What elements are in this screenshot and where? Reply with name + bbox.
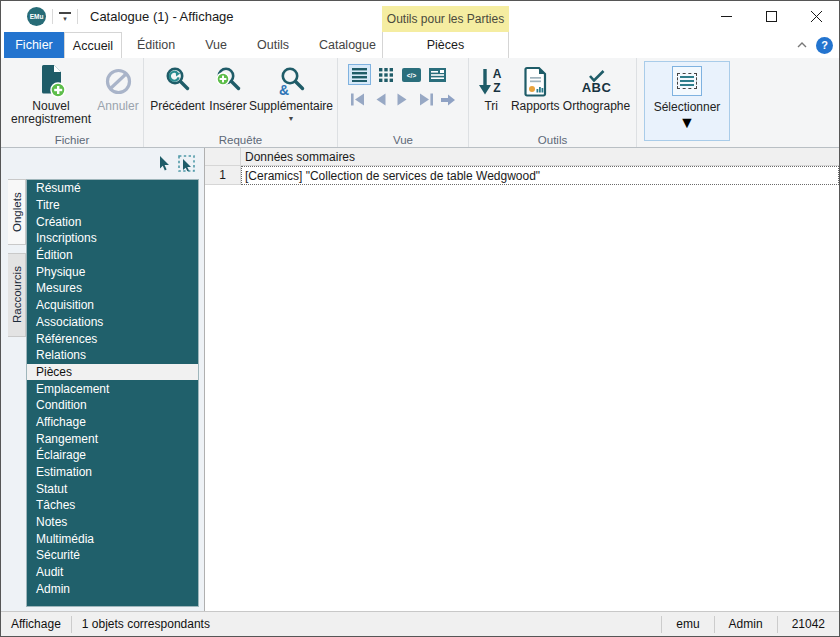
sidebar-item-affichage[interactable]: Affichage xyxy=(27,414,198,431)
sidebar-item-rangement[interactable]: Rangement xyxy=(27,430,198,447)
list-view-icon xyxy=(352,67,367,82)
cancel-icon xyxy=(105,62,132,100)
sidebar-item-notes[interactable]: Notes xyxy=(27,514,198,531)
summary-cell[interactable]: [Ceramics] "Collection de services de ta… xyxy=(241,166,839,185)
ribbon-group-fichier: Nouvel enregistrement Annuler Fichier xyxy=(1,58,144,147)
vertical-tab-onglets[interactable]: Onglets xyxy=(8,179,26,245)
previous-record-icon xyxy=(374,93,387,106)
code-view-button[interactable]: </> xyxy=(400,64,423,85)
sidebar-item-relations[interactable]: Relations xyxy=(27,347,198,364)
cancel-button[interactable]: Annuler xyxy=(97,61,139,113)
sidebar-item-securite[interactable]: Sécurité xyxy=(27,547,198,564)
select-button[interactable]: Sélectionner ▼ xyxy=(644,61,730,141)
tab-outils[interactable]: Outils xyxy=(242,32,304,58)
pointer-tool-button[interactable] xyxy=(157,155,171,176)
quick-access-dropdown-icon[interactable]: ▾ xyxy=(59,12,71,22)
close-button[interactable] xyxy=(794,1,839,32)
insert-search-icon xyxy=(214,62,242,100)
tab-edition[interactable]: Édition xyxy=(122,32,190,58)
sort-icon: A Z xyxy=(478,62,504,100)
row-number-header[interactable] xyxy=(205,148,241,165)
window-controls xyxy=(704,1,839,32)
sidebar-item-pieces[interactable]: Pièces xyxy=(27,364,198,381)
sidebar-item-resume[interactable]: Résumé xyxy=(27,180,198,197)
select-mode-tool-button[interactable] xyxy=(178,155,196,177)
insert-search-button[interactable]: Insérer xyxy=(207,61,249,113)
window-title: Catalogue (1) - Affichage xyxy=(90,9,234,24)
sidebar-item-admin[interactable]: Admin xyxy=(27,581,198,598)
sidebar-vertical-tabs: Onglets Raccourcis xyxy=(1,179,26,611)
sidebar-item-mesures[interactable]: Mesures xyxy=(27,280,198,297)
reports-button[interactable]: Rapports xyxy=(509,61,561,113)
tab-vue[interactable]: Vue xyxy=(190,32,242,58)
ribbon-group-selection: Sélectionner ▼ xyxy=(637,58,737,147)
sidebar-item-inscriptions[interactable]: Inscriptions xyxy=(27,230,198,247)
contextual-tab-group-header: Outils pour les Parties xyxy=(382,6,509,32)
group-label-fichier: Fichier xyxy=(1,134,143,146)
last-record-button[interactable] xyxy=(416,90,436,109)
new-record-icon xyxy=(36,62,66,100)
select-icon-box xyxy=(672,66,702,96)
grid-view-icon xyxy=(379,68,393,82)
sidebar-item-acquisition[interactable]: Acquisition xyxy=(27,297,198,314)
app-logo-icon[interactable]: EMu xyxy=(27,7,46,26)
goto-record-button[interactable] xyxy=(438,90,458,109)
title-bar: EMu ▾ Catalogue (1) - Affichage Outils p… xyxy=(1,1,839,32)
select-dropdown-caret: ▼ xyxy=(679,114,695,132)
previous-record-button[interactable] xyxy=(371,90,391,109)
sort-button[interactable]: A Z Tri xyxy=(473,61,509,113)
sidebar-item-multimedia[interactable]: Multimédia xyxy=(27,530,198,547)
sidebar-item-audit[interactable]: Audit xyxy=(27,564,198,581)
tab-accueil[interactable]: Accueil xyxy=(64,32,122,58)
sidebar-item-condition[interactable]: Condition xyxy=(27,397,198,414)
goto-record-icon xyxy=(440,93,456,107)
sidebar-item-creation[interactable]: Création xyxy=(27,213,198,230)
tab-fichier[interactable]: Fichier xyxy=(4,32,64,58)
ribbon-tab-row: Fichier Accueil Édition Vue Outils Catal… xyxy=(1,32,839,58)
sidebar-item-physique[interactable]: Physique xyxy=(27,263,198,280)
sidebar-item-eclairage[interactable]: Éclairage xyxy=(27,447,198,464)
form-view-button[interactable] xyxy=(426,64,449,85)
first-record-button[interactable] xyxy=(348,90,368,109)
maximize-icon xyxy=(766,11,777,22)
sidebar-item-edition[interactable]: Édition xyxy=(27,247,198,264)
sidebar-item-statut[interactable]: Statut xyxy=(27,480,198,497)
sidebar-item-associations[interactable]: Associations xyxy=(27,314,198,331)
summary-column-header[interactable]: Données sommaires xyxy=(241,148,839,165)
tab-catalogue[interactable]: Catalogue xyxy=(304,32,391,58)
grid-view-button[interactable] xyxy=(374,64,397,85)
previous-search-button[interactable]: Précédent xyxy=(148,61,207,113)
row-number-cell[interactable]: 1 xyxy=(205,166,241,185)
sidebar-item-estimation[interactable]: Estimation xyxy=(27,464,198,481)
spelling-button[interactable]: ABC Orthographe xyxy=(561,61,632,113)
help-icon: ? xyxy=(821,39,828,51)
list-view-button[interactable] xyxy=(348,64,371,85)
first-record-icon xyxy=(350,93,366,106)
ribbon: Nouvel enregistrement Annuler Fichier xyxy=(1,58,839,148)
select-mode-icon xyxy=(178,155,196,173)
supplementary-dropdown-caret: ▼ xyxy=(288,115,295,122)
minimize-button[interactable] xyxy=(704,1,749,32)
sidebar-item-titre[interactable]: Titre xyxy=(27,197,198,214)
client-area: Onglets Raccourcis RésuméTitreCréationIn… xyxy=(1,148,839,611)
sidebar-item-taches[interactable]: Tâches xyxy=(27,497,198,514)
left-panel: Onglets Raccourcis RésuméTitreCréationIn… xyxy=(1,148,205,611)
help-button[interactable]: ? xyxy=(816,37,833,54)
sidebar-item-emplacement[interactable]: Emplacement xyxy=(27,380,198,397)
form-view-icon xyxy=(429,68,446,82)
group-label-vue: Vue xyxy=(338,134,468,146)
last-record-icon xyxy=(418,93,434,106)
supplementary-search-icon: & xyxy=(277,62,305,100)
collapse-ribbon-icon[interactable] xyxy=(797,42,807,48)
next-record-button[interactable] xyxy=(393,90,413,109)
maximize-button[interactable] xyxy=(749,1,794,32)
vertical-tab-raccourcis[interactable]: Raccourcis xyxy=(8,253,26,337)
supplementary-search-button[interactable]: & Supplémentaire ▼ xyxy=(249,61,333,122)
tab-pieces-contextual[interactable]: Pièces xyxy=(382,32,509,58)
table-row[interactable]: 1 [Ceramics] "Collection de services de … xyxy=(205,166,839,185)
app-window: EMu ▾ Catalogue (1) - Affichage Outils p… xyxy=(0,0,840,637)
new-record-button[interactable]: Nouvel enregistrement xyxy=(5,61,97,126)
next-record-icon xyxy=(396,93,409,106)
ribbon-group-vue: </> xyxy=(338,58,469,147)
sidebar-item-references[interactable]: Références xyxy=(27,330,198,347)
